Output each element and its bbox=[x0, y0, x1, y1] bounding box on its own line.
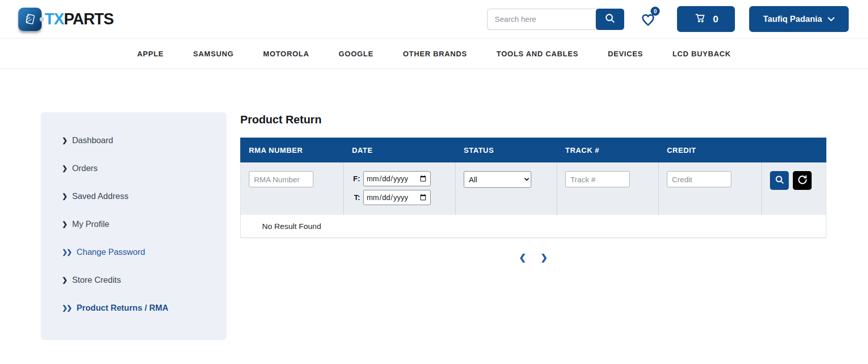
nav-item-apple[interactable]: APPLE bbox=[137, 50, 164, 58]
date-from-label: F: bbox=[352, 175, 360, 183]
pagination-next-icon[interactable]: ❯ bbox=[540, 253, 548, 262]
sidebar-item-label: Change Password bbox=[77, 247, 145, 257]
column-header-date: DATE bbox=[343, 146, 455, 154]
sidebar-item-my-profile[interactable]: ❯ My Profile bbox=[62, 210, 216, 238]
sidebar-item-label: Dashboard bbox=[72, 136, 113, 145]
sidebar-item-store-credits[interactable]: ❯ Store Credits bbox=[62, 266, 216, 294]
cart-count: 0 bbox=[713, 14, 719, 25]
column-header-track: TRACK # bbox=[557, 146, 658, 154]
column-header-status: STATUS bbox=[455, 146, 557, 154]
status-filter-select[interactable]: All bbox=[464, 171, 531, 188]
product-return-table: RMA NUMBER DATE STATUS TRACK # CREDIT F: bbox=[240, 138, 826, 238]
double-chevron-right-icon: ❯❯ bbox=[62, 304, 71, 312]
wishlist-button[interactable]: 0 bbox=[639, 11, 657, 28]
search-icon bbox=[604, 12, 616, 26]
sidebar-item-label: Saved Address bbox=[72, 191, 128, 201]
chevron-right-icon: ❯ bbox=[62, 137, 67, 144]
sidebar-item-dashboard[interactable]: ❯ Dashboard bbox=[62, 126, 216, 154]
date-to-input[interactable] bbox=[363, 190, 431, 205]
empty-result-text: No Result Found bbox=[262, 222, 321, 231]
sidebar-item-product-returns-rma[interactable]: ❯❯ Product Returns / RMA bbox=[62, 294, 216, 322]
cart-button[interactable]: 0 bbox=[677, 6, 735, 32]
date-to-label: T: bbox=[352, 193, 360, 202]
search-bar bbox=[487, 9, 624, 30]
chevron-down-icon bbox=[827, 14, 835, 24]
column-header-rma-number: RMA NUMBER bbox=[240, 146, 343, 154]
logo[interactable]: TXPARTS bbox=[18, 8, 113, 31]
account-sidebar: ❯ Dashboard ❯ Orders ❯ Saved Address ❯ M… bbox=[41, 112, 227, 340]
pagination: ❮ ❯ bbox=[240, 253, 826, 262]
nav-item-tools-and-cables[interactable]: TOOLS AND CABLES bbox=[497, 50, 578, 58]
sidebar-item-label: Orders bbox=[72, 163, 98, 173]
main-panel: Product Return RMA NUMBER DATE STATUS TR… bbox=[240, 112, 826, 262]
heart-icon bbox=[639, 21, 657, 29]
logo-text: TXPARTS bbox=[45, 11, 113, 27]
filter-cell-rma bbox=[241, 162, 344, 215]
cart-icon bbox=[694, 11, 707, 27]
nav-item-motorola[interactable]: MOTOROLA bbox=[263, 50, 309, 58]
logo-text-parts: PARTS bbox=[64, 10, 114, 28]
column-header-credit: CREDIT bbox=[658, 146, 761, 154]
table-header-row: RMA NUMBER DATE STATUS TRACK # CREDIT bbox=[240, 138, 826, 162]
sidebar-item-label: Product Returns / RMA bbox=[77, 303, 169, 313]
wishlist-count-badge: 0 bbox=[651, 7, 660, 16]
main-nav: APPLE SAMSUNG MOTOROLA GOOGLE OTHER BRAN… bbox=[0, 38, 868, 69]
sidebar-item-label: Store Credits bbox=[72, 275, 121, 285]
sidebar-item-label: My Profile bbox=[72, 219, 109, 229]
user-menu-button[interactable]: Taufiq Padania bbox=[749, 6, 849, 32]
nav-item-lcd-buyback[interactable]: LCD BUYBACK bbox=[672, 50, 731, 58]
credit-filter-input[interactable] bbox=[667, 171, 731, 187]
user-name: Taufiq Padania bbox=[763, 14, 822, 24]
date-from-input[interactable] bbox=[363, 171, 431, 186]
double-chevron-right-icon: ❯❯ bbox=[62, 248, 71, 256]
search-input[interactable] bbox=[487, 9, 598, 30]
track-number-filter-input[interactable] bbox=[565, 171, 630, 187]
sidebar-item-saved-address[interactable]: ❯ Saved Address bbox=[62, 182, 216, 210]
filter-cell-date: F: T: bbox=[344, 162, 456, 215]
search-button[interactable] bbox=[596, 9, 624, 30]
table-filter-row: F: T: All bbox=[240, 162, 826, 215]
filter-cell-status: All bbox=[456, 162, 557, 215]
search-icon bbox=[774, 174, 785, 187]
nav-item-devices[interactable]: DEVICES bbox=[608, 50, 643, 58]
filter-cell-credit bbox=[659, 162, 762, 215]
filter-cell-actions bbox=[762, 162, 826, 215]
nav-item-google[interactable]: GOOGLE bbox=[339, 50, 373, 58]
chevron-right-icon: ❯ bbox=[62, 192, 67, 200]
rma-number-filter-input[interactable] bbox=[249, 171, 313, 187]
empty-result-row: No Result Found bbox=[240, 215, 826, 238]
logo-dot bbox=[40, 17, 44, 21]
apply-filter-button[interactable] bbox=[770, 171, 789, 190]
chevron-right-icon: ❯ bbox=[62, 220, 67, 228]
reset-filter-button[interactable] bbox=[793, 171, 812, 190]
pagination-prev-icon[interactable]: ❮ bbox=[519, 253, 526, 262]
logo-text-tx: TX bbox=[45, 10, 64, 28]
chevron-right-icon: ❯ bbox=[62, 164, 67, 172]
filter-cell-track bbox=[557, 162, 659, 215]
sidebar-item-change-password[interactable]: ❯❯ Change Password bbox=[62, 238, 216, 266]
sidebar-item-orders[interactable]: ❯ Orders bbox=[62, 154, 216, 182]
header: TXPARTS 0 bbox=[0, 0, 868, 38]
nav-item-other-brands[interactable]: OTHER BRANDS bbox=[403, 50, 467, 58]
page-title: Product Return bbox=[240, 113, 826, 126]
chevron-right-icon: ❯ bbox=[62, 276, 67, 284]
refresh-icon bbox=[797, 174, 808, 187]
nav-item-samsung[interactable]: SAMSUNG bbox=[193, 50, 234, 58]
logo-icon bbox=[18, 8, 42, 31]
